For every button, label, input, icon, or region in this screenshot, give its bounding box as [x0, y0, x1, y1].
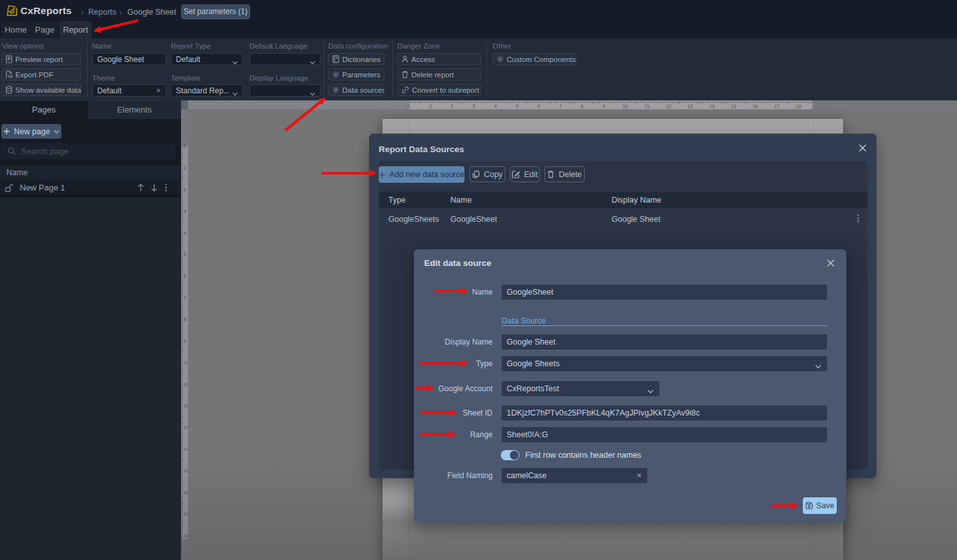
svg-text:PDF: PDF — [8, 75, 13, 79]
svg-text:10: 10 — [622, 104, 628, 109]
svg-text:11: 11 — [184, 382, 188, 387]
svg-text:1: 1 — [184, 166, 186, 170]
svg-text:13: 13 — [184, 425, 188, 430]
svg-text:3: 3 — [472, 104, 475, 109]
svg-text:18: 18 — [796, 104, 802, 109]
svg-text:12: 12 — [184, 403, 188, 408]
svg-text:14: 14 — [709, 104, 715, 109]
svg-text:16: 16 — [752, 104, 758, 109]
svg-text:17: 17 — [774, 104, 780, 109]
svg-text:7: 7 — [184, 295, 186, 300]
svg-text:5: 5 — [516, 104, 519, 109]
svg-text:10: 10 — [184, 361, 188, 365]
svg-text:8: 8 — [184, 317, 186, 322]
svg-text:5: 5 — [184, 252, 186, 256]
svg-text:6: 6 — [537, 104, 541, 109]
svg-text:6: 6 — [184, 274, 186, 278]
svg-text:0: 0 — [407, 104, 411, 109]
svg-text:0: 0 — [184, 144, 186, 148]
svg-text:4: 4 — [184, 231, 186, 235]
svg-text:7: 7 — [559, 104, 562, 109]
svg-text:8: 8 — [581, 104, 584, 109]
svg-text:4: 4 — [494, 104, 497, 109]
svg-text:9: 9 — [184, 339, 186, 343]
svg-text:11: 11 — [644, 104, 650, 109]
svg-text:9: 9 — [602, 104, 605, 109]
svg-text:13: 13 — [688, 104, 693, 109]
svg-text:2: 2 — [450, 104, 454, 109]
svg-text:3: 3 — [184, 209, 186, 214]
svg-text:1: 1 — [429, 104, 432, 109]
svg-text:2: 2 — [184, 187, 186, 192]
svg-text:15: 15 — [731, 104, 736, 109]
svg-text:12: 12 — [666, 104, 672, 109]
